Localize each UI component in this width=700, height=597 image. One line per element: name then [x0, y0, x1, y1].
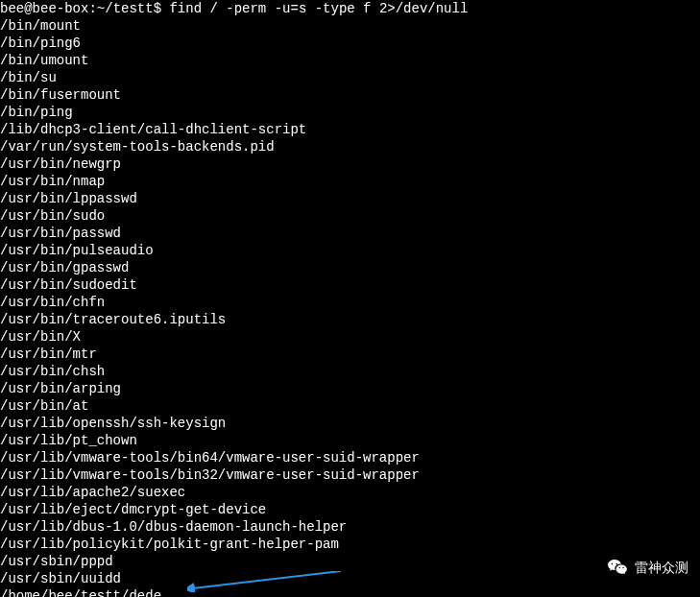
output-container: /bin/mount/bin/ping6/bin/umount/bin/su/b… — [0, 17, 700, 587]
output-line: /usr/bin/nmap — [0, 173, 700, 190]
output-line: /usr/lib/openssh/ssh-keysign — [0, 415, 700, 432]
output-line: /usr/bin/arping — [0, 380, 700, 397]
prompt-command: find / -perm -u=s -type f 2>/dev/null — [169, 1, 468, 16]
output-line: /lib/dhcp3-client/call-dhclient-script — [0, 121, 700, 138]
output-line: /usr/bin/X — [0, 328, 700, 346]
output-line: /usr/lib/policykit/polkit-grant-helper-p… — [0, 536, 700, 553]
watermark-text: 雷神众测 — [635, 559, 688, 576]
output-line: /usr/bin/traceroute6.iputils — [0, 311, 700, 328]
output-line: /usr/lib/vmware-tools/bin64/vmware-user-… — [0, 449, 700, 466]
output-line: /usr/bin/gpasswd — [0, 259, 700, 276]
output-line: /bin/fusermount — [0, 86, 700, 104]
output-line: /usr/bin/pulseaudio — [0, 242, 700, 259]
output-line: /usr/sbin/pppd — [0, 553, 700, 570]
wechat-icon — [607, 559, 628, 576]
output-line: /bin/mount — [0, 17, 700, 35]
output-line: /bin/ping — [0, 104, 700, 121]
output-line: /usr/bin/sudo — [0, 207, 700, 225]
output-line: /usr/bin/lppasswd — [0, 190, 700, 207]
output-line: /usr/lib/dbus-1.0/dbus-daemon-launch-hel… — [0, 518, 700, 536]
output-line: /usr/bin/newgrp — [0, 155, 700, 173]
output-line: /usr/lib/vmware-tools/bin32/vmware-user-… — [0, 466, 700, 484]
output-line: /usr/lib/pt_chown — [0, 432, 700, 449]
watermark: 雷神众测 — [607, 559, 688, 576]
output-line: /usr/bin/sudoedit — [0, 276, 700, 294]
prompt-separator: $ — [154, 1, 161, 16]
highlighted-output-line: /home/bee/testt/dede — [0, 587, 700, 597]
output-line: /usr/bin/chfn — [0, 294, 700, 311]
output-line: /usr/bin/at — [0, 397, 700, 415]
output-line: /usr/lib/apache2/suexec — [0, 484, 700, 501]
prompt-colon: : — [88, 1, 96, 16]
output-line: /usr/lib/eject/dmcrypt-get-device — [0, 501, 700, 518]
terminal-output: bee@bee-box:~/testt$ find / -perm -u=s -… — [0, 0, 700, 597]
output-line: /usr/bin/chsh — [0, 363, 700, 380]
output-line: /usr/sbin/uuidd — [0, 570, 700, 587]
prompt-path: ~/testt — [97, 1, 154, 16]
output-line: /bin/su — [0, 69, 700, 86]
output-line: /usr/bin/passwd — [0, 225, 700, 242]
output-line: /bin/umount — [0, 52, 700, 69]
output-line: /var/run/system-tools-backends.pid — [0, 138, 700, 155]
output-line: /bin/ping6 — [0, 35, 700, 52]
prompt-user-host: bee@bee-box — [0, 1, 88, 16]
output-line: /usr/bin/mtr — [0, 346, 700, 363]
prompt-line: bee@bee-box:~/testt$ find / -perm -u=s -… — [0, 0, 700, 17]
